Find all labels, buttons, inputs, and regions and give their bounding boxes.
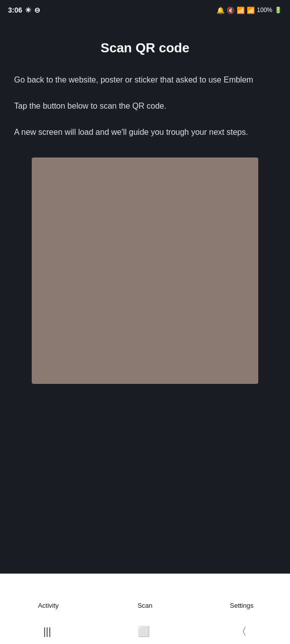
main-content: Scan QR code Go back to the website, pos… [0, 20, 290, 574]
recents-button[interactable]: ||| [43, 626, 51, 637]
bottom-nav: Activity Scan Settings [0, 574, 290, 619]
nav-activity[interactable]: Activity [0, 579, 97, 614]
wifi-icon: 📶 [237, 7, 245, 14]
scan-label: Scan [137, 602, 153, 609]
battery-percent: 100% [257, 7, 272, 14]
settings-label: Settings [230, 602, 254, 609]
nav-scan[interactable]: Scan [97, 579, 193, 614]
nav-settings[interactable]: Settings [193, 579, 290, 614]
time-display: 3:06 [8, 6, 22, 14]
system-nav: ||| ⬜ 〈 [0, 619, 290, 644]
alarm-icon: 🔔 [216, 7, 225, 14]
camera-preview[interactable] [32, 157, 258, 384]
signal-icon: 📶 [247, 7, 255, 14]
page-title: Scan QR code [14, 40, 276, 56]
activity-label: Activity [38, 602, 58, 609]
status-left: 3:06 ✳ ⊖ [8, 6, 40, 14]
notification-icon: ✳ [25, 6, 31, 14]
mute-icon: 🔇 [227, 7, 235, 14]
status-right: 🔔 🔇 📶 📶 100% 🔋 [216, 7, 282, 14]
instruction-text-1: Go back to the website, poster or sticke… [14, 74, 276, 86]
status-bar: 3:06 ✳ ⊖ 🔔 🔇 📶 📶 100% 🔋 [0, 0, 290, 20]
home-button[interactable]: ⬜ [137, 625, 150, 637]
battery-icon: 🔋 [274, 7, 282, 14]
instruction-text-2: Tap the button below to scan the QR code… [14, 100, 276, 112]
back-button[interactable]: 〈 [237, 625, 247, 638]
instruction-text-3: A new screen will load and we'll guide y… [14, 126, 276, 138]
dnd-icon: ⊖ [34, 6, 40, 14]
